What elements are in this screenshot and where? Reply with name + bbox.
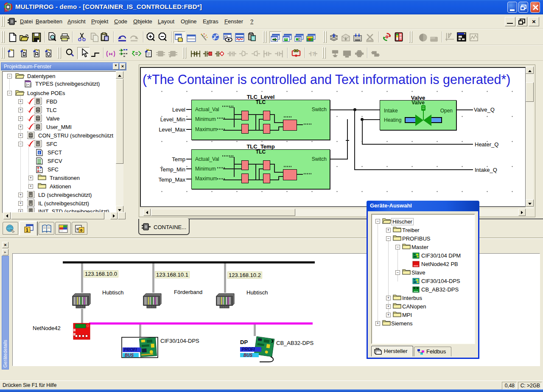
svg-text:BUS: BUS (244, 353, 252, 358)
svg-text:BUS: BUS (125, 353, 134, 358)
svg-text:?: ? (312, 51, 315, 56)
svg-text:3+2: 3+2 (25, 83, 31, 87)
svg-text:R: R (214, 35, 216, 39)
svg-text:1: 1 (26, 228, 28, 232)
svg-text:PROFI: PROFI (124, 347, 137, 352)
svg-text:i: i (39, 151, 40, 155)
svg-text:MPr: MPr (4, 10, 9, 12)
svg-text:9: 9 (76, 227, 78, 231)
svg-text:Make: Make (376, 348, 379, 350)
svg-text:PROFI: PROFI (242, 347, 255, 352)
svg-text:0: 0 (80, 228, 82, 232)
